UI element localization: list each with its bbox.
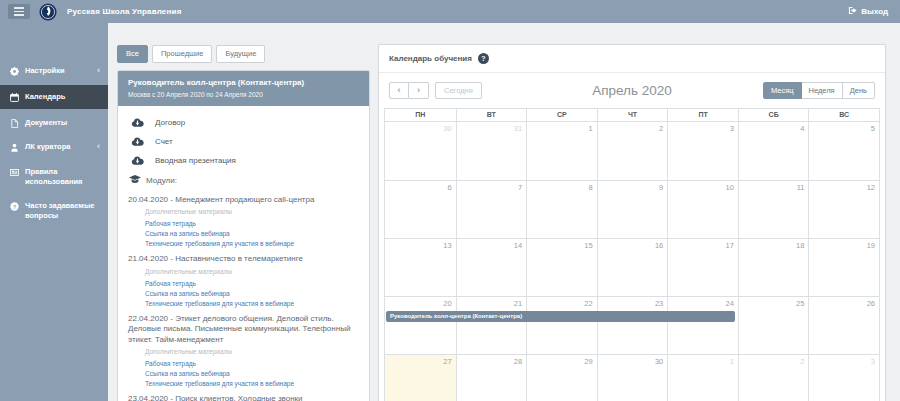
- day-number: 31: [457, 122, 527, 133]
- calendar-week-row: 303112345: [385, 122, 879, 180]
- logout-label: Выход: [861, 7, 888, 16]
- calendar-day-cell[interactable]: 21: [456, 297, 527, 354]
- day-number: 2: [598, 122, 668, 133]
- sidebar-item-gear[interactable]: Настройки‹: [0, 61, 108, 81]
- calendar-day-cell[interactable]: 16: [597, 239, 668, 296]
- day-number: 12: [809, 181, 879, 192]
- day-number: 28: [457, 355, 527, 366]
- day-header: ВС: [808, 109, 879, 121]
- logout-button[interactable]: Выход: [848, 6, 888, 17]
- calendar-day-cell[interactable]: 30: [385, 122, 456, 180]
- module-link[interactable]: Рабочая тетрадь: [145, 220, 359, 227]
- module-link[interactable]: Технические требования для участия в веб…: [145, 380, 359, 387]
- download-label: Вводная презентация: [155, 156, 236, 165]
- calendar-day-cell[interactable]: 30: [597, 355, 668, 401]
- calendar-day-cell[interactable]: 2: [738, 355, 809, 401]
- logout-icon: [848, 6, 857, 17]
- calendar-day-cell[interactable]: 17: [667, 239, 738, 296]
- module-link[interactable]: Технические требования для участия в веб…: [145, 240, 359, 247]
- sidebar-item-calendar[interactable]: Календарь: [0, 85, 108, 109]
- prev-month-button[interactable]: ‹: [389, 82, 409, 99]
- calendar-day-cell[interactable]: 3: [808, 355, 879, 401]
- tab-Все[interactable]: Все: [117, 45, 148, 63]
- module-title: 20.04.2020 - Менеджмент продающего call-…: [128, 195, 359, 205]
- calendar-day-cell[interactable]: 7: [456, 181, 527, 238]
- calendar-day-cell[interactable]: 20: [385, 297, 456, 354]
- calendar-day-cell[interactable]: 12: [808, 181, 879, 238]
- day-number: 18: [739, 239, 809, 250]
- calendar-day-cell[interactable]: 2: [597, 122, 668, 180]
- calendar-day-cell[interactable]: 25: [738, 297, 809, 354]
- calendar-day-cell[interactable]: 11: [738, 181, 809, 238]
- tab-Прошедшие[interactable]: Прошедшие: [152, 45, 213, 63]
- calendar-card: Календарь обучения ? ‹ › Сегодня Апрель …: [378, 44, 886, 401]
- day-number: 8: [527, 181, 597, 192]
- calendar-day-cell[interactable]: 6: [385, 181, 456, 238]
- help-icon[interactable]: ?: [478, 53, 489, 64]
- module-link[interactable]: Рабочая тетрадь: [145, 280, 359, 287]
- day-number: 30: [598, 355, 668, 366]
- day-number: 22: [527, 297, 597, 308]
- module-muted-label: Дополнительные материалы: [145, 268, 359, 275]
- question-icon: ?: [10, 202, 21, 211]
- sidebar-item-rules[interactable]: Правила использования: [0, 162, 108, 192]
- calendar-day-cell[interactable]: 1: [526, 122, 597, 180]
- view-button-Месяц[interactable]: Месяц: [763, 82, 802, 99]
- course-header[interactable]: Руководитель колл-центра (Контакт-центра…: [118, 71, 369, 106]
- sidebar-item-user[interactable]: ЛК куратора‹: [0, 137, 108, 157]
- module-link[interactable]: Рабочая тетрадь: [145, 360, 359, 367]
- download-link[interactable]: Договор: [128, 113, 359, 132]
- calendar-day-cell[interactable]: 10: [667, 181, 738, 238]
- view-button-День[interactable]: День: [843, 82, 875, 99]
- calendar-day-cell[interactable]: 31: [456, 122, 527, 180]
- sidebar-item-label: Правила использования: [25, 167, 100, 187]
- module-link[interactable]: Технические требования для участия в веб…: [145, 300, 359, 307]
- menu-toggle-button[interactable]: [8, 4, 30, 19]
- calendar-day-cell[interactable]: 9: [597, 181, 668, 238]
- tab-Будущие[interactable]: Будущие: [216, 45, 265, 63]
- calendar-day-cell-today[interactable]: 27: [385, 355, 456, 401]
- calendar-day-cell[interactable]: 14: [456, 239, 527, 296]
- calendar-day-cell[interactable]: 13: [385, 239, 456, 296]
- course-body: ДоговорСчетВводная презентация Модули: 2…: [118, 106, 369, 401]
- next-month-button[interactable]: ›: [409, 82, 429, 99]
- calendar-day-cell[interactable]: 28: [456, 355, 527, 401]
- sidebar-item-document[interactable]: Документы: [0, 113, 108, 133]
- calendar-day-cell[interactable]: 26: [808, 297, 879, 354]
- calendar-day-cell[interactable]: 23: [597, 297, 668, 354]
- calendar-toolbar: ‹ › Сегодня Апрель 2020 МесяцНеделяДень: [379, 73, 885, 106]
- download-link[interactable]: Вводная презентация: [128, 151, 359, 170]
- calendar-day-cell[interactable]: 22: [526, 297, 597, 354]
- calendar-day-cell[interactable]: 29: [526, 355, 597, 401]
- sidebar-item-label: Настройки: [25, 66, 95, 76]
- course-panel: ВсеПрошедшиеБудущие Руководитель колл-це…: [117, 45, 370, 401]
- graduation-cap-icon: [129, 175, 141, 186]
- course-subtitle: Москва с 20 Апреля 2020 по 24 Апреля 202…: [128, 91, 359, 98]
- module-link[interactable]: Ссылка на запись вебинара: [145, 290, 359, 297]
- brand-title: Русская Школа Управления: [67, 7, 182, 16]
- calendar-day-cell[interactable]: 5: [808, 122, 879, 180]
- calendar-day-cell[interactable]: 19: [808, 239, 879, 296]
- day-number: 7: [457, 181, 527, 192]
- day-number: 27: [385, 355, 456, 366]
- day-number: 30: [385, 122, 456, 133]
- module-link[interactable]: Ссылка на запись вебинара: [145, 230, 359, 237]
- module-link[interactable]: Ссылка на запись вебинара: [145, 370, 359, 377]
- download-link[interactable]: Счет: [128, 132, 359, 151]
- calendar-day-cell[interactable]: 1: [667, 355, 738, 401]
- sidebar-item-question[interactable]: ?Часто задаваемые вопросы: [0, 196, 108, 226]
- rules-icon: [10, 168, 21, 177]
- calendar-day-cell[interactable]: 18: [738, 239, 809, 296]
- calendar-day-cell[interactable]: 8: [526, 181, 597, 238]
- calendar-day-cell[interactable]: 24: [667, 297, 738, 354]
- calendar-day-cell[interactable]: 4: [738, 122, 809, 180]
- module-links: Дополнительные материалыРабочая тетрадьС…: [145, 208, 359, 247]
- calendar-event-bar[interactable]: Руководитель колл-центра (Контакт-центра…: [386, 311, 735, 322]
- view-button-Неделя[interactable]: Неделя: [802, 82, 843, 99]
- user-icon: [10, 143, 21, 152]
- chevron-left-icon: ‹: [97, 142, 100, 151]
- today-button[interactable]: Сегодня: [435, 82, 482, 99]
- calendar-day-cell[interactable]: 3: [667, 122, 738, 180]
- day-number: 19: [809, 239, 879, 250]
- calendar-day-cell[interactable]: 15: [526, 239, 597, 296]
